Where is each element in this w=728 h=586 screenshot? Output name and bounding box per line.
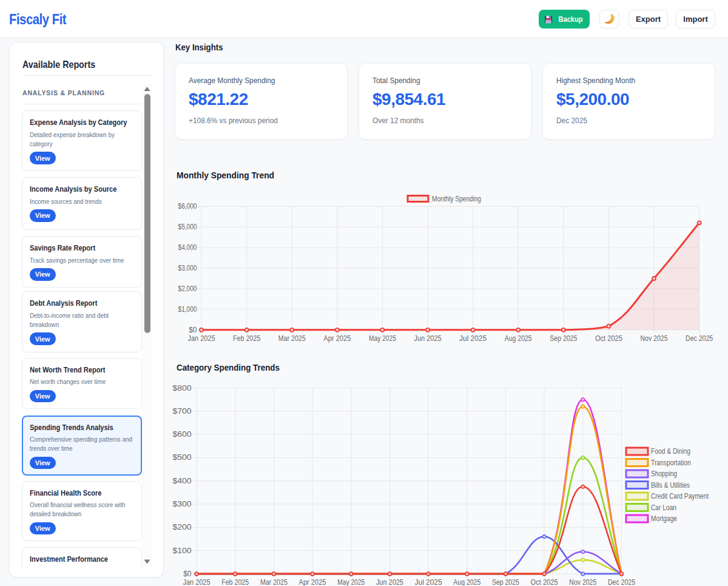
svg-text:Jun 2025: Jun 2025	[376, 578, 403, 586]
svg-text:Feb 2025: Feb 2025	[233, 334, 260, 343]
svg-text:Mortgage: Mortgage	[651, 514, 677, 523]
svg-text:$3,000: $3,000	[178, 264, 197, 272]
svg-text:Transportation: Transportation	[651, 459, 691, 467]
svg-text:Sep 2025: Sep 2025	[492, 578, 519, 586]
svg-text:Jul 2025: Jul 2025	[415, 578, 442, 586]
svg-text:$0: $0	[183, 570, 192, 578]
svg-text:Oct 2025: Oct 2025	[531, 578, 558, 586]
svg-text:$500: $500	[173, 453, 192, 462]
svg-text:Dec 2025: Dec 2025	[686, 334, 713, 343]
svg-text:Car Loan: Car Loan	[651, 503, 676, 512]
svg-text:Mar 2025: Mar 2025	[278, 334, 306, 343]
svg-text:$5,000: $5,000	[178, 223, 197, 231]
svg-text:May 2025: May 2025	[369, 334, 396, 343]
svg-text:Aug 2025: Aug 2025	[505, 334, 532, 343]
svg-text:Mar 2025: Mar 2025	[260, 578, 288, 586]
svg-text:$2,000: $2,000	[178, 285, 197, 293]
svg-text:Jul 2025: Jul 2025	[459, 334, 487, 343]
svg-text:Bills & Utilities: Bills & Utilities	[651, 481, 690, 490]
svg-text:Sep 2025: Sep 2025	[550, 334, 577, 343]
svg-text:Jan 2025: Jan 2025	[188, 334, 215, 343]
svg-text:$100: $100	[173, 547, 192, 555]
svg-text:Nov 2025: Nov 2025	[641, 334, 668, 343]
svg-text:Apr 2025: Apr 2025	[323, 334, 351, 343]
svg-text:Jun 2025: Jun 2025	[414, 334, 442, 343]
svg-text:$300: $300	[173, 500, 192, 508]
svg-text:Aug 2025: Aug 2025	[453, 578, 480, 586]
svg-text:May 2025: May 2025	[337, 578, 365, 586]
svg-text:Apr 2025: Apr 2025	[299, 578, 326, 586]
svg-text:$1,000: $1,000	[178, 305, 197, 314]
svg-text:$700: $700	[173, 407, 192, 416]
svg-text:Oct 2025: Oct 2025	[595, 334, 622, 343]
svg-text:$0: $0	[189, 326, 197, 334]
svg-text:Shopping: Shopping	[651, 470, 677, 478]
svg-text:Credit Card Payment: Credit Card Payment	[651, 492, 709, 500]
svg-text:Jan 2025: Jan 2025	[183, 578, 211, 586]
svg-text:Monthly Spending: Monthly Spending	[432, 195, 481, 203]
svg-text:Dec 2025: Dec 2025	[608, 578, 635, 586]
svg-text:Food & Dining: Food & Dining	[651, 447, 690, 456]
svg-text:$600: $600	[173, 430, 192, 439]
svg-text:$400: $400	[173, 477, 192, 485]
svg-text:$200: $200	[173, 523, 192, 531]
svg-text:$4,000: $4,000	[178, 243, 197, 252]
svg-text:Nov 2025: Nov 2025	[569, 578, 596, 586]
svg-text:$6,000: $6,000	[178, 202, 197, 210]
svg-text:Feb 2025: Feb 2025	[221, 578, 249, 586]
svg-text:$800: $800	[173, 384, 192, 392]
